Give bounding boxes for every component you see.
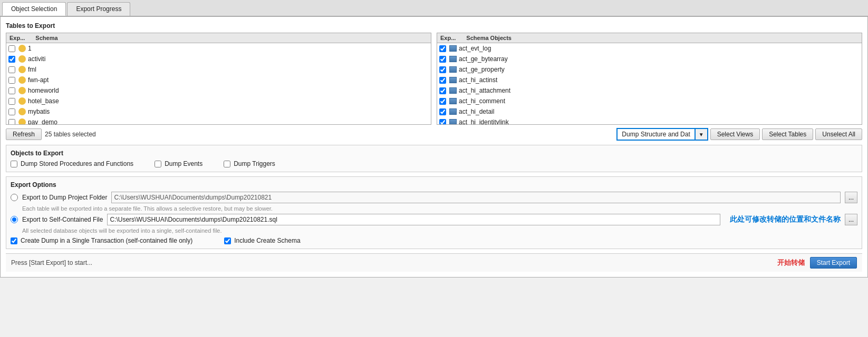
schema-check-mybatis[interactable] (8, 108, 15, 115)
export-option2-annotation: 此处可修改转储的位置和文件名称 (730, 215, 841, 224)
obj-check-4[interactable] (439, 77, 446, 84)
export-options-title: Export Options (11, 181, 857, 189)
objects-col-name: Schema Objects (466, 35, 512, 41)
schema-check-hotel[interactable] (8, 98, 15, 105)
schema-icon (18, 45, 26, 52)
list-item[interactable]: pay_demo (6, 117, 431, 124)
objects-col-exp: Exp... (440, 35, 456, 41)
export-option2-radio[interactable] (11, 216, 18, 223)
list-item[interactable]: act_evt_log (437, 43, 862, 54)
dump-dropdown[interactable]: Dump Structure and Dat ▼ (616, 128, 708, 141)
table-icon (449, 56, 457, 62)
browse-button-1[interactable]: ... (845, 192, 857, 203)
tab-object-selection[interactable]: Object Selection (2, 2, 66, 16)
schema-label: homeworld (28, 87, 59, 94)
main-content: Tables to Export Exp... Schema 1 (0, 16, 868, 277)
export-option2-hint: All selected database objects will be ex… (22, 227, 857, 234)
tab-export-progress[interactable]: Export Progress (67, 2, 130, 16)
include-schema-item: Include Create Schema (224, 237, 300, 244)
obj-label: act_evt_log (459, 45, 491, 52)
toolbar-right: Dump Structure and Dat ▼ Select Views Se… (616, 128, 862, 141)
create-dump-checkbox[interactable] (11, 237, 17, 244)
list-item[interactable]: act_hi_comment (437, 96, 862, 106)
schema-check-pay[interactable] (8, 119, 15, 125)
select-views-button[interactable]: Select Views (710, 128, 760, 140)
list-item[interactable]: act_hi_detail (437, 106, 862, 117)
export-option2-label: Export to Self-Contained File (22, 216, 103, 223)
dump-triggers-label: Dump Triggers (234, 160, 275, 167)
schema-icon (18, 108, 26, 115)
include-schema-checkbox[interactable] (224, 237, 231, 244)
list-item[interactable]: fwn-apt (6, 75, 431, 85)
obj-label: act_hi_detail (459, 108, 494, 115)
list-item[interactable]: activiti (6, 54, 431, 64)
objects-to-export-title: Objects to Export (11, 150, 857, 157)
tab-bar: Object Selection Export Progress (0, 0, 868, 16)
export-option1-radio[interactable] (11, 194, 18, 201)
start-export-button[interactable]: Start Export (810, 257, 857, 269)
export-option2-row: Export to Self-Contained File 此处可修改转储的位置… (11, 214, 857, 225)
obj-check-6[interactable] (439, 98, 446, 105)
obj-check-2[interactable] (439, 56, 446, 63)
export-option2-path[interactable] (107, 214, 720, 225)
schema-check-fwn[interactable] (8, 77, 15, 84)
dump-dropdown-main[interactable]: Dump Structure and Dat (616, 128, 694, 141)
schema-label: fml (28, 66, 36, 73)
schema-panel-body[interactable]: 1 activiti fml (6, 43, 431, 124)
table-icon (449, 87, 457, 94)
dump-stored-item: Dump Stored Procedures and Functions (11, 160, 133, 167)
schema-check-activiti[interactable] (8, 56, 15, 63)
schema-label: pay_demo (28, 118, 57, 124)
schema-icon (18, 55, 26, 63)
dump-triggers-checkbox[interactable] (224, 161, 230, 167)
schema-label: hotel_base (28, 97, 59, 105)
list-item[interactable]: fml (6, 64, 431, 75)
schema-check-fml[interactable] (8, 66, 15, 73)
begin-transfer-text: 开始转储 (777, 258, 805, 267)
export-options-section: Export Options Export to Dump Project Fo… (6, 176, 862, 249)
unselect-all-button[interactable]: Unselect All (815, 128, 862, 140)
panels-toolbar: Refresh 25 tables selected Dump Structur… (6, 128, 862, 141)
schema-check-homeworld[interactable] (8, 87, 15, 94)
schema-icon (18, 76, 26, 84)
obj-check-7[interactable] (439, 108, 446, 115)
obj-check-3[interactable] (439, 66, 446, 73)
refresh-button[interactable]: Refresh (6, 128, 42, 140)
list-item[interactable]: act_hi_identitylink (437, 117, 862, 124)
list-item[interactable]: act_hi_attachment (437, 85, 862, 96)
press-start-text: Press [Start Export] to start... (11, 259, 92, 266)
obj-label: act_hi_comment (459, 97, 505, 105)
list-item[interactable]: hotel_base (6, 96, 431, 106)
obj-check-8[interactable] (439, 119, 446, 125)
list-item[interactable]: act_ge_property (437, 64, 862, 75)
schema-objects-panel-body[interactable]: act_evt_log act_ge_bytearray act_ge_prop… (437, 43, 862, 124)
browse-button-2[interactable]: ... (845, 214, 857, 225)
schema-icon (18, 97, 26, 105)
tables-panels: Exp... Schema 1 activiti (6, 33, 862, 125)
schema-panel-header: Exp... Schema (6, 33, 431, 43)
export-option1-hint: Each table will be exported into a separ… (22, 205, 857, 212)
schema-objects-panel-header: Exp... Schema Objects (437, 33, 862, 43)
objects-checkboxes: Dump Stored Procedures and Functions Dum… (11, 160, 857, 167)
dump-stored-checkbox[interactable] (11, 161, 17, 167)
schema-panel: Exp... Schema 1 activiti (6, 33, 431, 125)
dump-events-checkbox[interactable] (155, 161, 161, 167)
list-item[interactable]: 1 (6, 43, 431, 54)
dump-dropdown-arrow[interactable]: ▼ (695, 128, 708, 141)
select-tables-button[interactable]: Select Tables (762, 128, 813, 140)
schema-icon (18, 66, 26, 73)
obj-check-5[interactable] (439, 87, 446, 94)
bottom-bar: Press [Start Export] to start... 开始转储 St… (6, 253, 862, 272)
list-item[interactable]: act_hi_actinst (437, 75, 862, 85)
list-item[interactable]: act_ge_bytearray (437, 54, 862, 64)
schema-icon (18, 118, 26, 124)
schema-check-1[interactable] (8, 45, 15, 52)
schema-label: 1 (28, 45, 32, 52)
status-text: 25 tables selected (45, 131, 96, 138)
obj-check-1[interactable] (439, 45, 446, 52)
list-item[interactable]: homeworld (6, 85, 431, 96)
export-option1-path[interactable] (111, 192, 841, 203)
schema-objects-panel: Exp... Schema Objects act_evt_log act_g (437, 33, 862, 125)
list-item[interactable]: mybatis (6, 106, 431, 117)
tables-to-export-title: Tables to Export (6, 22, 862, 29)
